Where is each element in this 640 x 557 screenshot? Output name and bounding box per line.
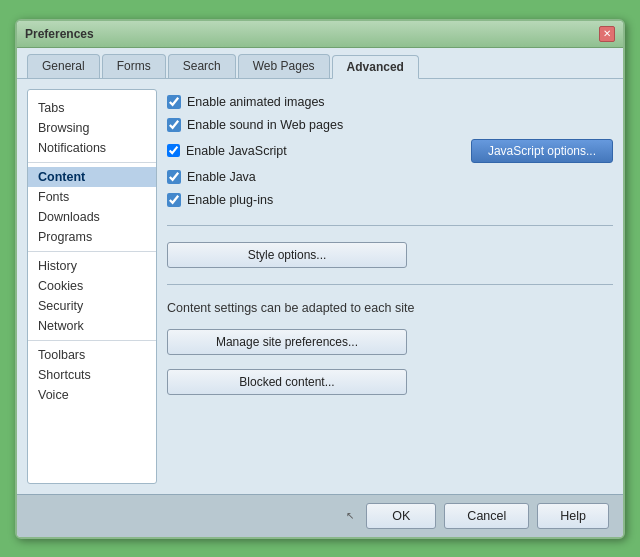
animated-images-row: Enable animated images xyxy=(167,93,613,111)
preferences-window: Preferences ✕ General Forms Search Web P… xyxy=(15,19,625,539)
tab-web-pages[interactable]: Web Pages xyxy=(238,54,330,78)
divider-1 xyxy=(167,225,613,226)
sidebar-item-voice[interactable]: Voice xyxy=(28,385,156,405)
javascript-options-button[interactable]: JavaScript options... xyxy=(471,139,613,163)
style-options-row: Style options... xyxy=(167,242,613,268)
javascript-label: Enable JavaScript xyxy=(186,144,287,158)
sidebar-group-2: Content Fonts Downloads Programs xyxy=(28,163,156,252)
sound-web-pages-label: Enable sound in Web pages xyxy=(187,118,343,132)
tab-forms[interactable]: Forms xyxy=(102,54,166,78)
checkboxes-section: Enable animated images Enable sound in W… xyxy=(167,89,613,213)
sidebar-item-toolbars[interactable]: Toolbars xyxy=(28,345,156,365)
javascript-checkbox[interactable] xyxy=(167,144,180,157)
blocked-content-button[interactable]: Blocked content... xyxy=(167,369,407,395)
sidebar-group-3: History Cookies Security Network xyxy=(28,252,156,341)
sidebar-item-history[interactable]: History xyxy=(28,256,156,276)
footer: ↖ OK Cancel Help xyxy=(17,494,623,537)
animated-images-label: Enable animated images xyxy=(187,95,325,109)
java-checkbox[interactable] xyxy=(167,170,181,184)
sidebar-item-content[interactable]: Content xyxy=(28,167,156,187)
content-area: Tabs Browsing Notifications Content Font… xyxy=(17,79,623,494)
manage-site-button[interactable]: Manage site preferences... xyxy=(167,329,407,355)
sound-web-pages-checkbox[interactable] xyxy=(167,118,181,132)
divider-2 xyxy=(167,284,613,285)
plugins-row: Enable plug-ins xyxy=(167,191,613,209)
sidebar-item-tabs[interactable]: Tabs xyxy=(28,98,156,118)
sidebar-item-browsing[interactable]: Browsing xyxy=(28,118,156,138)
sidebar-item-cookies[interactable]: Cookies xyxy=(28,276,156,296)
java-row: Enable Java xyxy=(167,168,613,186)
ok-button[interactable]: OK xyxy=(366,503,436,529)
sidebar-item-network[interactable]: Network xyxy=(28,316,156,336)
main-panel: Enable animated images Enable sound in W… xyxy=(167,89,613,484)
sidebar: Tabs Browsing Notifications Content Font… xyxy=(27,89,157,484)
tab-search[interactable]: Search xyxy=(168,54,236,78)
sidebar-item-security[interactable]: Security xyxy=(28,296,156,316)
plugins-checkbox[interactable] xyxy=(167,193,181,207)
animated-images-checkbox[interactable] xyxy=(167,95,181,109)
sidebar-item-shortcuts[interactable]: Shortcuts xyxy=(28,365,156,385)
tabs-bar: General Forms Search Web Pages Advanced xyxy=(17,48,623,79)
sidebar-item-downloads[interactable]: Downloads xyxy=(28,207,156,227)
tab-advanced[interactable]: Advanced xyxy=(332,55,419,79)
content-settings-text: Content settings can be adapted to each … xyxy=(167,301,613,315)
plugins-label: Enable plug-ins xyxy=(187,193,273,207)
sidebar-group-1: Tabs Browsing Notifications xyxy=(28,94,156,163)
title-bar: Preferences ✕ xyxy=(17,21,623,48)
window-title: Preferences xyxy=(25,27,94,41)
sidebar-item-fonts[interactable]: Fonts xyxy=(28,187,156,207)
sound-web-pages-row: Enable sound in Web pages xyxy=(167,116,613,134)
javascript-row: Enable JavaScript JavaScript options... xyxy=(167,139,613,163)
close-button[interactable]: ✕ xyxy=(599,26,615,42)
cancel-button[interactable]: Cancel xyxy=(444,503,529,529)
cursor-indicator: ↖ xyxy=(346,510,354,521)
style-options-button[interactable]: Style options... xyxy=(167,242,407,268)
tab-general[interactable]: General xyxy=(27,54,100,78)
help-button[interactable]: Help xyxy=(537,503,609,529)
sidebar-item-programs[interactable]: Programs xyxy=(28,227,156,247)
javascript-left: Enable JavaScript xyxy=(167,144,287,158)
java-label: Enable Java xyxy=(187,170,256,184)
sidebar-item-notifications[interactable]: Notifications xyxy=(28,138,156,158)
sidebar-group-4: Toolbars Shortcuts Voice xyxy=(28,341,156,409)
